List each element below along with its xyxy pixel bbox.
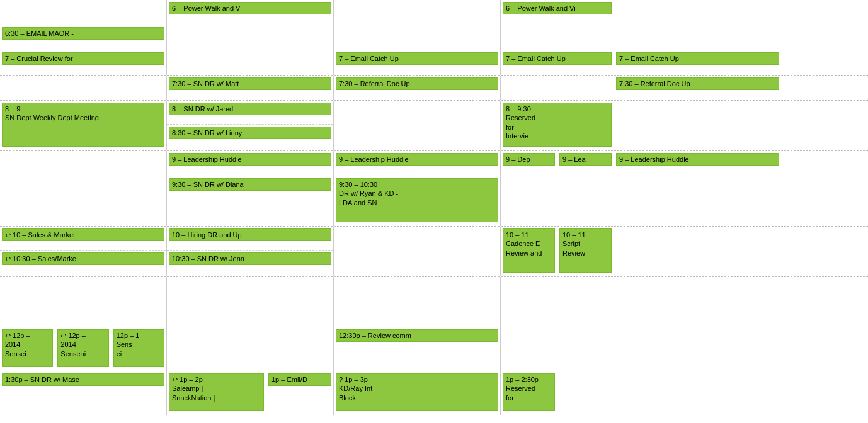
subrow-sn-dr-linny: 8:30 – SN DR w/ Linny xyxy=(167,125,333,149)
cell-r1-c1 xyxy=(167,25,334,50)
cell-r4-c5 xyxy=(614,101,781,150)
cell-r6-c3 xyxy=(501,176,557,226)
cell-r6-c0 xyxy=(0,176,167,226)
cell-r3-c5: 7:30 – Referral Doc Up xyxy=(614,76,781,100)
cell-r0-c3: 6 – Power Walk and Vi xyxy=(501,0,614,25)
cell-r5-c0 xyxy=(0,151,167,176)
event-reserved-interview[interactable]: 8 – 9:30ReservedforIntervie xyxy=(503,103,612,147)
cell-r1-c0: 6:30 – EMAIL MAOR - xyxy=(0,25,167,50)
event-email-catchup-2[interactable]: 7 – Email Catch Up xyxy=(503,52,612,65)
cell-r1-c2 xyxy=(334,25,501,50)
event-sn-dr-diana[interactable]: 9:30 – SN DR w/ Diana xyxy=(169,178,331,191)
event-sn-dept-meeting[interactable]: 8 – 9SN Dept Weekly Dept Meeting xyxy=(2,103,164,147)
event-saleamp-snacknation[interactable]: ↩ 1p – 2pSaleamp |SnackNation | xyxy=(169,373,264,411)
row-10: ↩ 10 – Sales & Market ↩ 10:30 – Sales/Ma… xyxy=(0,227,868,277)
cell-r6-c5 xyxy=(614,176,781,226)
event-lea-9[interactable]: 9 – Lea xyxy=(559,153,612,166)
event-reserved-1p[interactable]: 1p – 2:30pReservedfor xyxy=(503,373,555,411)
cell-r5-c3: 9 – Dep xyxy=(501,151,557,176)
event-dep-9[interactable]: 9 – Dep xyxy=(503,153,555,166)
subrow-sn-dr-jenn: 10:30 – SN DR w/ Jenn xyxy=(167,251,333,274)
event-referral-doc-2[interactable]: 7:30 – Referral Doc Up xyxy=(616,77,779,90)
cell-r3-c2: 7:30 – Referral Doc Up xyxy=(334,76,501,100)
row-930: 9:30 – SN DR w/ Diana 9:30 – 10:30DR w/ … xyxy=(0,176,868,227)
subrow-hiring-dr: 10 – Hiring DR and Up xyxy=(167,227,333,251)
cell-r3-c0 xyxy=(0,76,167,100)
event-power-walk-2[interactable]: 6 – Power Walk and Vi xyxy=(503,2,612,14)
cell-r4-c1: 8 – SN DR w/ Jared 8:30 – SN DR w/ Linny xyxy=(167,101,334,150)
event-sn-dr-mase[interactable]: 1:30p – SN DR w/ Mase xyxy=(2,373,164,386)
subrow-sales-market-1: ↩ 10 – Sales & Market xyxy=(0,227,166,251)
row-9: 9 – Leadership Huddle 9 – Leadership Hud… xyxy=(0,151,868,176)
cell-r2-c3-4: 7 – Email Catch Up xyxy=(501,50,614,75)
event-script-review[interactable]: 10 – 11ScriptReview xyxy=(559,228,612,273)
cell-r3-c1: 7:30 – SN DR w/ Matt xyxy=(167,76,334,100)
cell-r7-c5 xyxy=(614,227,781,276)
event-leadership-huddle-1[interactable]: 9 – Leadership Huddle xyxy=(169,153,331,166)
event-power-walk-1[interactable]: 6 – Power Walk and Vi xyxy=(169,2,331,14)
cell-r11-c3: 1p – 2:30pReservedfor xyxy=(501,371,557,415)
row-8: 8 – 9SN Dept Weekly Dept Meeting 8 – SN … xyxy=(0,101,868,151)
cell-r9-c0 xyxy=(0,302,167,327)
cell-r7-c4: 10 – 11ScriptReview xyxy=(557,227,614,276)
event-email-catchup-1[interactable]: 7 – Email Catch Up xyxy=(336,52,498,65)
event-hiring-dr[interactable]: 10 – Hiring DR and Up xyxy=(169,228,331,241)
cell-r5-c5: 9 – Leadership Huddle xyxy=(614,151,781,176)
event-crucial-review[interactable]: 7 – Crucial Review for xyxy=(2,52,164,65)
event-12p-sensei-1[interactable]: ↩ 12p –2014Sensei xyxy=(2,329,53,367)
cell-r10-c5 xyxy=(614,327,781,371)
event-sn-dr-jared[interactable]: 8 – SN DR w/ Jared xyxy=(169,103,331,115)
event-sales-market-1[interactable]: ↩ 10 – Sales & Market xyxy=(2,228,164,241)
event-email-maor[interactable]: 6:30 – EMAIL MAOR - xyxy=(2,27,164,40)
event-review-comm[interactable]: 12:30p – Review comm xyxy=(336,329,498,342)
cell-r5-c2: 9 – Leadership Huddle xyxy=(334,151,501,176)
event-sn-dr-jenn[interactable]: 10:30 – SN DR w/ Jenn xyxy=(169,252,331,265)
cell-r6-c4 xyxy=(557,176,614,226)
row-12p: ↩ 12p –2014Sensei ↩ 12p –2014Senseai 12p… xyxy=(0,327,868,371)
cell-r11-c2: ? 1p – 3pKD/Ray IntBlock xyxy=(334,371,501,415)
cell-r8-c3 xyxy=(501,277,557,302)
event-dr-ryan-kd[interactable]: 9:30 – 10:30DR w/ Ryan & KD -LDA and SN xyxy=(336,178,498,222)
subrow-sn-dr-jared: 8 – SN DR w/ Jared xyxy=(167,101,333,125)
event-12p-sensei-3[interactable]: 12p – 1Sensei xyxy=(113,329,164,367)
cell-r9-c2 xyxy=(334,302,501,327)
cell-r5-c4: 9 – Lea xyxy=(557,151,614,176)
event-email-catchup-3[interactable]: 7 – Email Catch Up xyxy=(616,52,779,65)
cell-r8-c1 xyxy=(167,277,334,302)
event-kd-ray-int[interactable]: ? 1p – 3pKD/Ray IntBlock xyxy=(336,373,498,411)
event-12p-sensei-2[interactable]: ↩ 12p –2014Senseai xyxy=(57,329,108,367)
event-sn-dr-linny[interactable]: 8:30 – SN DR w/ Linny xyxy=(169,127,331,139)
row-11 xyxy=(0,277,868,302)
cell-r8-c2 xyxy=(334,277,501,302)
cell-r2-c1 xyxy=(167,50,334,75)
row-630: 6:30 – EMAIL MAOR - xyxy=(0,25,868,50)
event-referral-doc-1[interactable]: 7:30 – Referral Doc Up xyxy=(336,77,498,90)
row-1pm: 1:30p – SN DR w/ Mase ↩ 1p – 2pSaleamp |… xyxy=(0,371,868,415)
event-sales-market-2[interactable]: ↩ 10:30 – Sales/Marke xyxy=(2,252,164,265)
cell-r0-c1: 6 – Power Walk and Vi xyxy=(167,0,334,25)
cell-r7-c0: ↩ 10 – Sales & Market ↩ 10:30 – Sales/Ma… xyxy=(0,227,167,276)
cell-r5-c1: 9 – Leadership Huddle xyxy=(167,151,334,176)
event-leadership-huddle-2[interactable]: 9 – Leadership Huddle xyxy=(336,153,498,166)
cell-r10-c0: ↩ 12p –2014Sensei ↩ 12p –2014Senseai 12p… xyxy=(0,327,167,371)
event-cadence-review[interactable]: 10 – 11Cadence EReview and xyxy=(503,228,555,273)
cell-r6-c1: 9:30 – SN DR w/ Diana xyxy=(167,176,334,226)
event-leadership-huddle-3[interactable]: 9 – Leadership Huddle xyxy=(616,153,779,166)
event-sn-dr-matt[interactable]: 7:30 – SN DR w/ Matt xyxy=(169,77,331,90)
row-7: 7 – Crucial Review for 7 – Email Catch U… xyxy=(0,50,868,76)
cell-r2-c0: 7 – Crucial Review for xyxy=(0,50,167,75)
cell-r8-c0 xyxy=(0,277,167,302)
cell-r11-c5 xyxy=(614,371,781,415)
row-730: 7:30 – SN DR w/ Matt 7:30 – Referral Doc… xyxy=(0,76,868,101)
cell-r7-c3: 10 – 11Cadence EReview and xyxy=(501,227,557,276)
cell-r10-c2: 12:30p – Review comm xyxy=(334,327,501,371)
cell-r1-c3 xyxy=(501,25,614,50)
cell-r9-c3 xyxy=(501,302,557,327)
event-1p-emil[interactable]: 1p – Emil/D xyxy=(268,373,331,386)
cell-r9-c4 xyxy=(557,302,614,327)
cell-r8-c4 xyxy=(557,277,614,302)
cell-r3-c3-4 xyxy=(501,76,614,100)
cell-r2-c5: 7 – Email Catch Up xyxy=(614,50,781,75)
row-power-walk-top: 6 – Power Walk and Vi 6 – Power Walk and… xyxy=(0,0,868,25)
cell-r4-c0: 8 – 9SN Dept Weekly Dept Meeting xyxy=(0,101,167,150)
